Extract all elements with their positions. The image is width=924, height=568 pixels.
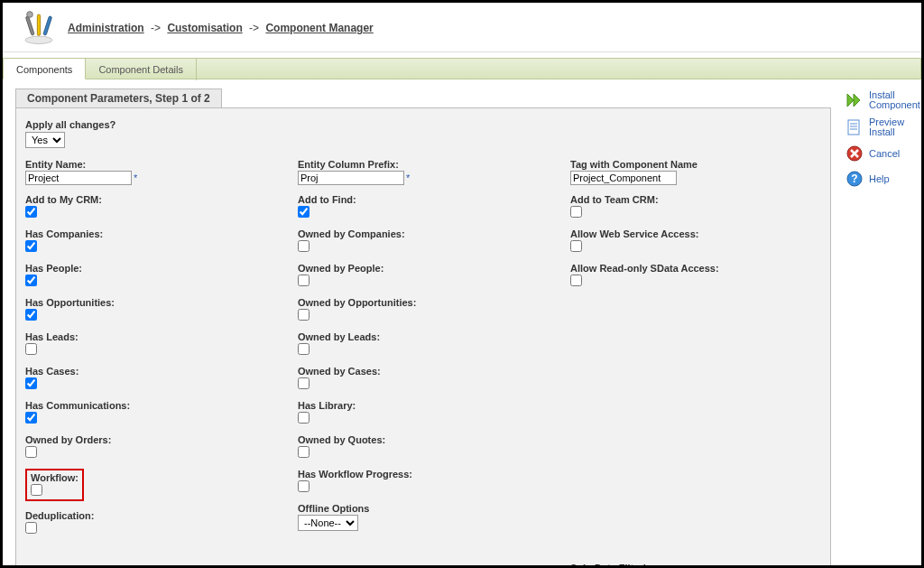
breadcrumb: Administration -> Customisation -> Compo…: [68, 22, 374, 34]
svg-rect-7: [848, 120, 859, 135]
has-companies-label: Has Companies:: [25, 228, 276, 239]
entity-name-label: Entity Name:: [25, 159, 276, 170]
svg-marker-6: [854, 94, 860, 107]
has-leads-checkbox[interactable]: [25, 343, 37, 355]
svg-rect-2: [25, 16, 34, 36]
solo-date-label: Solo Date Filtering: [570, 563, 821, 568]
workflow-checkbox[interactable]: [31, 484, 42, 496]
help-label: Help: [869, 174, 890, 184]
owned-by-opportunities-checkbox[interactable]: [298, 309, 310, 321]
owned-by-leads-label: Owned by Leads:: [298, 331, 549, 342]
owned-by-leads-checkbox[interactable]: [298, 343, 310, 355]
owned-by-orders-checkbox[interactable]: [25, 446, 37, 458]
svg-rect-3: [43, 16, 52, 36]
apply-all-select[interactable]: Yes: [25, 132, 65, 148]
svg-text:?: ?: [851, 172, 857, 185]
has-workflow-progress-checkbox[interactable]: [298, 480, 310, 492]
offline-options-label: Offline Options: [298, 503, 549, 514]
has-library-label: Has Library:: [298, 400, 549, 411]
has-workflow-progress-label: Has Workflow Progress:: [298, 469, 549, 480]
owned-by-people-label: Owned by People:: [298, 263, 549, 274]
add-to-team-crm-label: Add to Team CRM:: [570, 194, 821, 205]
cancel-icon: [845, 144, 864, 163]
has-people-checkbox[interactable]: [25, 275, 37, 286]
has-leads-label: Has Leads:: [25, 331, 276, 342]
help-button[interactable]: ? Help: [840, 166, 921, 191]
cancel-label: Cancel: [869, 149, 900, 159]
has-opportunities-label: Has Opportunities:: [25, 297, 276, 308]
cancel-button[interactable]: Cancel: [840, 141, 921, 166]
entity-column-prefix-input[interactable]: [298, 171, 404, 185]
breadcrumb-customisation[interactable]: Customisation: [167, 22, 242, 34]
add-to-find-label: Add to Find:: [298, 194, 549, 205]
owned-by-orders-label: Owned by Orders:: [25, 434, 276, 445]
svg-rect-1: [37, 14, 40, 35]
has-opportunities-checkbox[interactable]: [25, 309, 37, 321]
tag-input[interactable]: [570, 171, 677, 185]
owned-by-opportunities-label: Owned by Opportunities:: [298, 297, 549, 308]
allow-web-service-label: Allow Web Service Access:: [570, 228, 821, 239]
main-panel: Component Parameters, Step 1 of 2 Apply …: [3, 79, 840, 568]
forward-icon: [845, 91, 864, 109]
header: Administration -> Customisation -> Compo…: [3, 3, 921, 52]
install-component-label: Install Component: [869, 90, 920, 110]
owned-by-people-checkbox[interactable]: [298, 275, 310, 286]
allow-web-service-checkbox[interactable]: [570, 240, 582, 252]
apply-all-label: Apply all changes?: [25, 119, 821, 130]
tools-icon: [21, 10, 57, 46]
document-icon: [845, 118, 864, 136]
tab-components[interactable]: Components: [3, 58, 86, 79]
add-to-find-checkbox[interactable]: [298, 206, 310, 218]
preview-install-button[interactable]: Preview Install: [840, 114, 921, 141]
step-header: Component Parameters, Step 1 of 2: [15, 88, 222, 108]
workflow-label: Workflow:: [31, 472, 79, 483]
workflow-highlight: Workflow:: [25, 469, 84, 501]
deduplication-checkbox[interactable]: [25, 522, 37, 534]
has-cases-label: Has Cases:: [25, 366, 276, 377]
svg-marker-5: [847, 94, 854, 107]
has-people-label: Has People:: [25, 263, 276, 274]
add-my-crm-label: Add to My CRM:: [25, 194, 276, 205]
has-communications-checkbox[interactable]: [25, 412, 37, 424]
add-my-crm-checkbox[interactable]: [25, 206, 37, 218]
entity-column-prefix-label: Entity Column Prefix:: [298, 159, 549, 170]
breadcrumb-admin[interactable]: Administration: [68, 22, 144, 34]
has-companies-checkbox[interactable]: [25, 240, 37, 252]
owned-by-quotes-checkbox[interactable]: [298, 446, 310, 458]
has-library-checkbox[interactable]: [298, 412, 310, 424]
has-cases-checkbox[interactable]: [25, 377, 37, 389]
preview-install-label: Preview Install: [869, 117, 916, 137]
form-zone: Apply all changes? Yes Entity Name:* Add…: [15, 107, 831, 568]
owned-by-cases-checkbox[interactable]: [298, 377, 310, 389]
allow-sdata-checkbox[interactable]: [570, 275, 582, 286]
form-col-3: Tag with Component Name Add to Team CRM:…: [570, 159, 821, 568]
deduplication-label: Deduplication:: [25, 510, 276, 521]
tag-label: Tag with Component Name: [570, 159, 821, 170]
form-col-1: Entity Name:* Add to My CRM: Has Compani…: [25, 159, 276, 568]
entity-name-input[interactable]: [25, 171, 132, 185]
owned-by-companies-label: Owned by Companies:: [298, 228, 549, 239]
side-actions: Install Component Preview Install Cancel…: [840, 79, 921, 199]
svg-point-0: [25, 36, 52, 43]
form-col-2: Entity Column Prefix:* Add to Find: Owne…: [298, 159, 549, 568]
install-component-button[interactable]: Install Component: [840, 87, 921, 114]
app-window: Administration -> Customisation -> Compo…: [0, 0, 924, 568]
owned-by-cases-label: Owned by Cases:: [298, 366, 549, 377]
offline-options-select[interactable]: --None--: [298, 515, 358, 531]
allow-sdata-label: Allow Read-only SData Access:: [570, 263, 821, 274]
owned-by-quotes-label: Owned by Quotes:: [298, 434, 549, 445]
svg-point-4: [27, 12, 33, 18]
tab-bar: ComponentsComponent Details: [3, 58, 921, 79]
has-communications-label: Has Communications:: [25, 400, 276, 411]
breadcrumb-component-manager[interactable]: Component Manager: [265, 22, 373, 34]
help-icon: ?: [845, 170, 864, 188]
tab-component-details[interactable]: Component Details: [86, 59, 197, 80]
add-to-team-crm-checkbox[interactable]: [570, 206, 582, 218]
owned-by-companies-checkbox[interactable]: [298, 240, 310, 252]
